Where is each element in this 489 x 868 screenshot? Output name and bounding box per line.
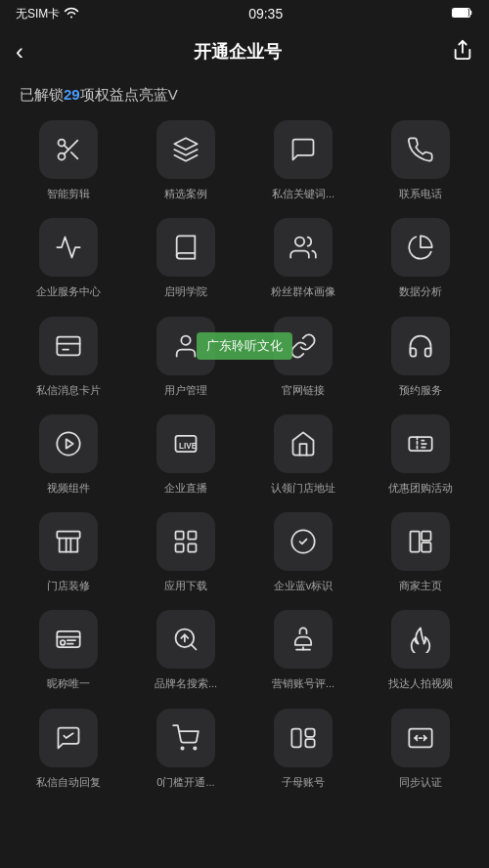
icon-box-call [391,120,450,179]
icon-label-brand-search: 品牌名搜索... [155,676,217,690]
icon-label-nickname-unique: 昵称唯一 [47,676,90,690]
svg-rect-26 [411,532,420,552]
icon-box-store-address [274,414,333,473]
grid-item-website-link[interactable]: 官网链接 [250,317,356,397]
icon-box-app-download [156,512,215,571]
svg-rect-28 [422,542,430,551]
status-left: 无SIM卡 [16,6,79,22]
icon-label-video-widget: 视频组件 [47,481,90,495]
icon-box-store-decor [39,512,98,571]
back-button[interactable]: ‹ [16,38,23,65]
status-right [452,7,473,22]
icon-label-group-buy: 优惠团购活动 [388,481,453,495]
icon-label-smart-edit: 智能剪辑 [47,187,90,200]
icon-label-app-download: 应用下载 [164,579,207,592]
icon-label-biz-center: 企业服务中心 [36,284,101,298]
svg-rect-22 [188,532,196,540]
grid-item-academy[interactable]: 启明学院 [133,218,239,298]
grid-item-blue-v-badge[interactable]: 企业蓝v标识 [250,512,356,592]
grid-item-appt-service[interactable]: 预约服务 [368,317,473,397]
svg-rect-27 [422,532,430,541]
grid-item-user-mgmt[interactable]: 用户管理 [133,317,239,397]
svg-rect-1 [453,9,467,16]
features-grid-container: 智能剪辑精选案例私信关键词...联系电话企业服务中心启明学院粉丝群体画像数据分析… [0,120,489,863]
grid-item-store-decor[interactable]: 门店装修 [16,512,121,592]
icon-label-auto-reply: 私信自动回复 [36,775,101,789]
grid-item-sub-account[interactable]: 子母账号 [250,709,356,789]
page-title: 开通企业号 [194,40,282,64]
svg-rect-41 [305,739,314,747]
svg-point-37 [181,747,183,749]
icon-box-dm-keyword [274,120,333,179]
icon-label-blue-v-badge: 企业蓝v标识 [274,579,333,592]
svg-line-6 [71,152,77,158]
nav-bar: ‹ 开通企业号 [0,27,489,76]
unlock-count: 29 [64,86,80,103]
grid-item-dm-card[interactable]: 私信消息卡片 [16,317,121,397]
grid-item-nickname-unique[interactable]: 昵称唯一 [16,610,121,690]
svg-point-31 [61,641,66,646]
status-time: 09:35 [248,6,283,22]
icon-box-marketing-eval [274,610,333,669]
icon-label-store-address: 认领门店地址 [271,481,335,495]
svg-point-9 [295,238,304,246]
subtitle-prefix: 已解锁 [20,86,64,103]
share-button[interactable] [452,39,473,65]
icon-label-call: 联系电话 [399,187,442,200]
svg-rect-18 [409,437,431,451]
svg-line-35 [191,645,196,650]
icon-label-academy: 启明学院 [164,284,207,298]
subtitle: 已解锁29项权益点亮蓝V [0,76,489,120]
grid-item-video-widget[interactable]: 视频组件 [16,414,121,495]
grid-item-marketing-eval[interactable]: 营销账号评... [250,610,356,690]
grid-item-sync-auth[interactable]: 同步认证 [368,709,473,789]
grid-item-store-address[interactable]: 认领门店地址 [250,414,356,495]
grid-item-brand-search[interactable]: 品牌名搜索... [133,610,239,690]
subtitle-suffix: 项权益点亮蓝V [80,86,178,103]
svg-rect-20 [57,532,79,539]
icon-box-sync-auth [391,709,450,767]
grid-item-fans-portrait[interactable]: 粉丝群体画像 [250,218,356,298]
icon-box-live: LIVE [156,414,215,473]
icon-box-auto-reply [39,709,98,767]
icon-label-fans-portrait: 粉丝群体画像 [271,284,335,298]
icon-box-group-buy [391,414,450,473]
icon-label-kol-video: 找达人拍视频 [388,676,453,690]
grid-item-merchant-home[interactable]: 商家主页 [368,512,473,592]
icon-box-biz-center [39,218,98,277]
svg-line-7 [64,145,68,150]
icon-label-website-link: 官网链接 [282,383,325,397]
icon-box-smart-edit [39,120,98,179]
grid-item-min-program[interactable]: 0门槛开通... [133,709,239,789]
grid-item-app-download[interactable]: 应用下载 [133,512,239,592]
grid-item-call[interactable]: 联系电话 [368,120,473,200]
grid-item-featured-cases[interactable]: 精选案例 [133,120,239,200]
grid-item-dm-keyword[interactable]: 私信关键词... [250,120,356,200]
svg-marker-15 [67,439,73,448]
svg-rect-23 [176,544,184,552]
svg-point-13 [181,335,190,344]
icon-box-min-program [156,709,215,767]
grid-item-group-buy[interactable]: 优惠团购活动 [368,414,473,495]
icon-label-dm-keyword: 私信关键词... [272,187,334,200]
icon-label-dm-card: 私信消息卡片 [36,383,101,397]
svg-marker-8 [174,138,197,150]
icon-label-live: 企业直播 [164,481,207,495]
grid-item-biz-center[interactable]: 企业服务中心 [16,218,121,298]
wifi-icon [64,7,79,22]
svg-rect-39 [291,728,300,747]
grid-item-data-analysis[interactable]: 数据分析 [368,218,473,298]
grid-item-smart-edit[interactable]: 智能剪辑 [16,120,121,200]
icon-box-academy [156,218,215,277]
icon-label-sub-account: 子母账号 [282,775,325,789]
icon-box-kol-video [391,610,450,669]
grid-item-auto-reply[interactable]: 私信自动回复 [16,709,121,789]
icon-label-merchant-home: 商家主页 [399,579,442,592]
icon-box-data-analysis [391,218,450,277]
icon-label-min-program: 0门槛开通... [156,775,214,789]
grid-item-live[interactable]: LIVE企业直播 [133,414,239,495]
svg-point-14 [57,432,79,455]
features-grid: 智能剪辑精选案例私信关键词...联系电话企业服务中心启明学院粉丝群体画像数据分析… [16,120,473,789]
grid-item-kol-video[interactable]: 找达人拍视频 [368,610,473,690]
icon-label-data-analysis: 数据分析 [399,284,442,298]
